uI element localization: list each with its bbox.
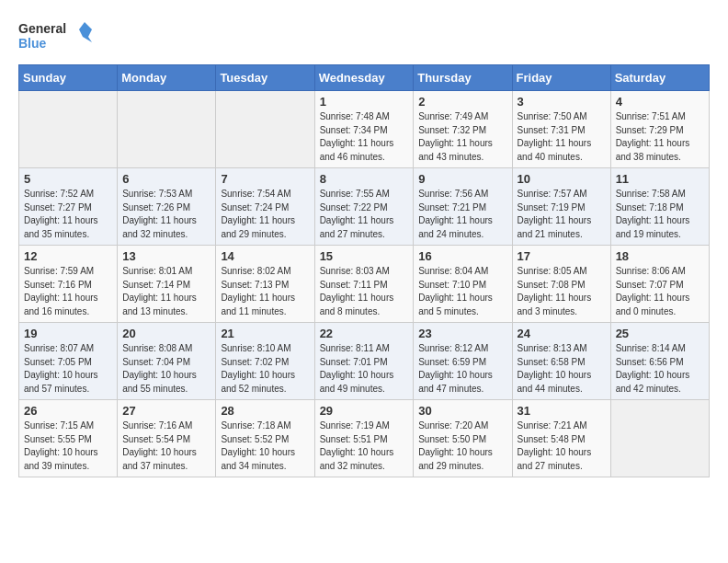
day-number: 7 [221,172,309,186]
day-number: 21 [221,327,309,340]
weekday-header-thursday: Thursday [414,65,512,91]
week-row-4: 19Sunrise: 8:07 AM Sunset: 7:05 PM Dayli… [19,323,710,400]
day-info: Sunrise: 7:49 AM Sunset: 7:32 PM Dayligh… [418,110,506,164]
day-number: 16 [418,249,506,263]
day-info: Sunrise: 7:53 AM Sunset: 7:26 PM Dayligh… [122,188,210,241]
day-number: 10 [518,172,606,186]
day-info: Sunrise: 7:21 AM Sunset: 5:48 PM Dayligh… [518,419,606,473]
calendar-cell: 14Sunrise: 8:02 AM Sunset: 7:13 PM Dayli… [216,246,314,323]
calendar-cell: 29Sunrise: 7:19 AM Sunset: 5:51 PM Dayli… [314,400,414,477]
day-info: Sunrise: 7:56 AM Sunset: 7:21 PM Dayligh… [418,188,506,241]
calendar-cell: 23Sunrise: 8:12 AM Sunset: 6:59 PM Dayli… [414,323,512,400]
day-number: 28 [221,404,309,418]
day-number: 20 [122,327,210,340]
day-number: 18 [616,249,704,263]
calendar-cell: 26Sunrise: 7:15 AM Sunset: 5:55 PM Dayli… [19,400,118,477]
day-number: 22 [320,327,409,340]
day-info: Sunrise: 7:52 AM Sunset: 7:27 PM Dayligh… [24,188,112,241]
day-info: Sunrise: 7:58 AM Sunset: 7:18 PM Dayligh… [616,188,704,241]
day-info: Sunrise: 8:02 AM Sunset: 7:13 PM Dayligh… [221,265,309,318]
calendar-cell: 9Sunrise: 7:56 AM Sunset: 7:21 PM Daylig… [414,168,512,246]
day-number: 13 [122,249,210,263]
day-number: 17 [518,249,606,263]
calendar-cell: 10Sunrise: 7:57 AM Sunset: 7:19 PM Dayli… [512,168,610,246]
day-number: 9 [418,172,506,186]
day-info: Sunrise: 8:08 AM Sunset: 7:04 PM Dayligh… [122,342,210,396]
day-number: 24 [518,327,606,340]
day-number: 4 [616,95,704,109]
weekday-header-row: SundayMondayTuesdayWednesdayThursdayFrid… [19,65,710,91]
day-info: Sunrise: 8:06 AM Sunset: 7:07 PM Dayligh… [616,265,704,318]
day-info: Sunrise: 7:18 AM Sunset: 5:52 PM Dayligh… [221,419,309,473]
day-number: 8 [320,172,409,186]
day-info: Sunrise: 7:48 AM Sunset: 7:34 PM Dayligh… [320,110,409,164]
day-number: 29 [320,404,409,418]
header: General Blue [18,18,710,55]
day-info: Sunrise: 7:55 AM Sunset: 7:22 PM Dayligh… [320,188,409,241]
logo-svg: General Blue [18,18,92,55]
calendar-cell: 12Sunrise: 7:59 AM Sunset: 7:16 PM Dayli… [19,246,118,323]
calendar-cell: 30Sunrise: 7:20 AM Sunset: 5:50 PM Dayli… [414,400,512,477]
weekday-header-friday: Friday [512,65,610,91]
day-info: Sunrise: 7:59 AM Sunset: 7:16 PM Dayligh… [24,265,112,318]
calendar-cell: 27Sunrise: 7:16 AM Sunset: 5:54 PM Dayli… [118,400,216,477]
calendar-cell: 11Sunrise: 7:58 AM Sunset: 7:18 PM Dayli… [610,168,709,246]
day-info: Sunrise: 8:05 AM Sunset: 7:08 PM Dayligh… [518,265,606,318]
svg-text:General: General [18,21,66,36]
day-info: Sunrise: 8:13 AM Sunset: 6:58 PM Dayligh… [518,342,606,396]
calendar-cell: 4Sunrise: 7:51 AM Sunset: 7:29 PM Daylig… [610,91,709,168]
calendar-cell: 19Sunrise: 8:07 AM Sunset: 7:05 PM Dayli… [19,323,118,400]
calendar-cell: 20Sunrise: 8:08 AM Sunset: 7:04 PM Dayli… [118,323,216,400]
day-info: Sunrise: 7:51 AM Sunset: 7:29 PM Dayligh… [616,110,704,164]
calendar-cell: 25Sunrise: 8:14 AM Sunset: 6:56 PM Dayli… [610,323,709,400]
week-row-5: 26Sunrise: 7:15 AM Sunset: 5:55 PM Dayli… [19,400,710,477]
day-info: Sunrise: 8:10 AM Sunset: 7:02 PM Dayligh… [221,342,309,396]
day-info: Sunrise: 8:12 AM Sunset: 6:59 PM Dayligh… [418,342,506,396]
weekday-header-tuesday: Tuesday [216,65,314,91]
day-number: 25 [616,327,704,340]
week-row-3: 12Sunrise: 7:59 AM Sunset: 7:16 PM Dayli… [19,246,710,323]
day-info: Sunrise: 8:14 AM Sunset: 6:56 PM Dayligh… [616,342,704,396]
logo: General Blue [18,18,92,55]
calendar-cell: 13Sunrise: 8:01 AM Sunset: 7:14 PM Dayli… [118,246,216,323]
day-info: Sunrise: 7:50 AM Sunset: 7:31 PM Dayligh… [518,110,606,164]
day-info: Sunrise: 8:01 AM Sunset: 7:14 PM Dayligh… [122,265,210,318]
calendar-cell [19,91,118,168]
day-number: 26 [24,404,112,418]
day-number: 12 [24,249,112,263]
day-info: Sunrise: 8:03 AM Sunset: 7:11 PM Dayligh… [320,265,409,318]
day-number: 1 [320,95,409,109]
day-number: 6 [122,172,210,186]
day-number: 15 [320,249,409,263]
calendar-cell: 1Sunrise: 7:48 AM Sunset: 7:34 PM Daylig… [314,91,414,168]
calendar-cell: 8Sunrise: 7:55 AM Sunset: 7:22 PM Daylig… [314,168,414,246]
day-info: Sunrise: 7:20 AM Sunset: 5:50 PM Dayligh… [418,419,506,473]
day-number: 14 [221,249,309,263]
calendar-cell: 24Sunrise: 8:13 AM Sunset: 6:58 PM Dayli… [512,323,610,400]
day-info: Sunrise: 8:07 AM Sunset: 7:05 PM Dayligh… [24,342,112,396]
calendar-cell: 7Sunrise: 7:54 AM Sunset: 7:24 PM Daylig… [216,168,314,246]
day-info: Sunrise: 7:57 AM Sunset: 7:19 PM Dayligh… [518,188,606,241]
day-info: Sunrise: 7:19 AM Sunset: 5:51 PM Dayligh… [320,419,409,473]
day-number: 11 [616,172,704,186]
calendar-cell: 21Sunrise: 8:10 AM Sunset: 7:02 PM Dayli… [216,323,314,400]
day-number: 31 [518,404,606,418]
calendar-cell: 17Sunrise: 8:05 AM Sunset: 7:08 PM Dayli… [512,246,610,323]
calendar-cell: 3Sunrise: 7:50 AM Sunset: 7:31 PM Daylig… [512,91,610,168]
weekday-header-saturday: Saturday [610,65,709,91]
day-number: 27 [122,404,210,418]
day-info: Sunrise: 7:16 AM Sunset: 5:54 PM Dayligh… [122,419,210,473]
day-info: Sunrise: 7:15 AM Sunset: 5:55 PM Dayligh… [24,419,112,473]
svg-text:Blue: Blue [18,36,47,51]
day-info: Sunrise: 8:11 AM Sunset: 7:01 PM Dayligh… [320,342,409,396]
weekday-header-wednesday: Wednesday [314,65,414,91]
weekday-header-monday: Monday [118,65,216,91]
day-number: 19 [24,327,112,340]
day-number: 3 [518,95,606,109]
day-info: Sunrise: 8:04 AM Sunset: 7:10 PM Dayligh… [418,265,506,318]
calendar-cell: 18Sunrise: 8:06 AM Sunset: 7:07 PM Dayli… [610,246,709,323]
week-row-2: 5Sunrise: 7:52 AM Sunset: 7:27 PM Daylig… [19,168,710,246]
calendar-cell: 15Sunrise: 8:03 AM Sunset: 7:11 PM Dayli… [314,246,414,323]
day-number: 23 [418,327,506,340]
day-info: Sunrise: 7:54 AM Sunset: 7:24 PM Dayligh… [221,188,309,241]
